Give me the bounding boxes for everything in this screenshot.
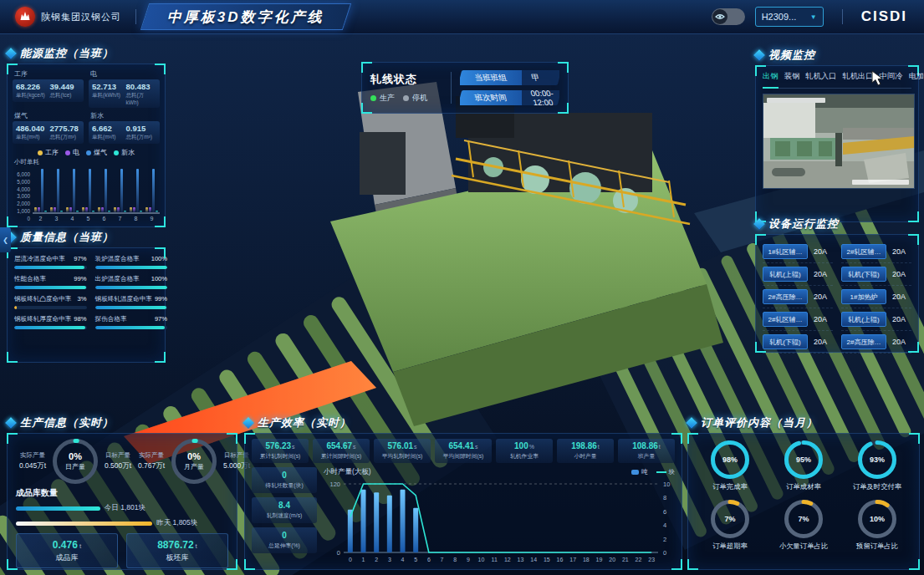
- legend-dot-icon: [38, 150, 43, 155]
- energy-panel-title: 能源监控（当班）: [20, 46, 114, 61]
- shift-dropdown[interactable]: H2309... ▼: [755, 7, 824, 27]
- line-status-panel: 轧线状态 生产 停机 当班班组 甲 班次时间 00:00-12:00: [361, 62, 569, 114]
- legend-line: 块: [656, 468, 676, 476]
- quality-label: 出炉温度合格率: [95, 275, 140, 283]
- svg-text:10: 10: [478, 557, 485, 562]
- chart-bar: [98, 207, 100, 212]
- video-tab-轧机出口[interactable]: 轧机出口: [842, 71, 873, 84]
- energy-group-name: 新水: [90, 111, 160, 120]
- visibility-toggle[interactable]: [712, 8, 745, 25]
- legend-dot-icon: [114, 150, 119, 155]
- energy-metric-unit: 单耗(m³/t): [92, 134, 123, 141]
- gauge-target-value: 0.500万t: [101, 461, 135, 471]
- energy-legend-item: 电: [65, 148, 79, 157]
- cctv-thumbnail[interactable]: [763, 94, 915, 189]
- progress-fill: [95, 306, 167, 309]
- chart-bar: [145, 207, 148, 212]
- gauge-percent: 0%: [69, 451, 82, 461]
- energy-group-card: 486.040单耗(m³/t)2775.78总耗(万m³): [13, 121, 84, 144]
- svg-text:21: 21: [622, 557, 629, 562]
- energy-metric-unit: 单耗(m³/t): [16, 134, 47, 141]
- energy-metric-value: 2775.78: [50, 124, 81, 133]
- device-label-chip[interactable]: 2#轧区辅…: [763, 312, 808, 327]
- stat-card: 654.41s平均间隙时间(s): [435, 439, 492, 463]
- chart-bar: [54, 207, 56, 212]
- energy-metric: 2775.78总耗(万m³): [50, 124, 81, 141]
- xtick-label: 9: [151, 216, 154, 221]
- device-label-chip[interactable]: 轧机(下辊): [841, 267, 886, 282]
- inventory-card-name: 板坯库: [166, 552, 189, 563]
- legend-dot-icon: [86, 150, 91, 155]
- gauge-actual-label: 实际产量: [135, 451, 168, 460]
- bar-group: [82, 169, 94, 212]
- eye-icon: [712, 9, 727, 24]
- production-gauge: 实际产量0.767万t0%月产量目标产量5.000万t: [135, 439, 253, 484]
- quality-item: 钢板终轧凸度命中率3%: [14, 295, 87, 309]
- inventory-card: 8876.72t板坯库: [126, 533, 228, 568]
- device-label-chip[interactable]: 轧机(上辊): [841, 312, 886, 327]
- orders-panel: 订单评价内容（当月） 98%订单完成率95%订单成材率93%订单及时交付率7%订…: [687, 415, 920, 570]
- inventory-bar-row: 今日 1,801块: [16, 503, 228, 513]
- line-status-title: 轧线状态: [370, 72, 442, 87]
- side-stat-value: 0: [253, 471, 315, 480]
- order-gauge-ring: 10%: [858, 500, 896, 538]
- device-label-chip[interactable]: 2#高压除…: [841, 334, 886, 349]
- device-value: 20A: [808, 315, 833, 323]
- order-gauge: 95%订单成材率: [767, 440, 840, 491]
- progress-fill: [14, 266, 84, 269]
- progress-fill: [14, 286, 86, 289]
- video-tab-出钢[interactable]: 出钢: [763, 71, 779, 84]
- hourly-output-chart: 小时产量(大板) 吨 块 120010864200123456789101112…: [324, 467, 675, 567]
- drawer-handle[interactable]: ❮: [0, 227, 11, 252]
- quality-value: 100%: [151, 275, 167, 283]
- video-tab-轧机入口[interactable]: 轧机入口: [805, 71, 836, 84]
- side-stat-label: 总延伸率(%): [253, 542, 315, 550]
- svg-text:3: 3: [388, 557, 391, 562]
- stat-label: 小时产量: [559, 452, 612, 461]
- energy-metric-unit: 总耗(tce): [50, 92, 81, 99]
- bar-group: [114, 169, 126, 212]
- chart-bar: [57, 169, 59, 212]
- stat-label: 累计轧制时间(s): [253, 452, 307, 461]
- quality-value: 97%: [74, 255, 86, 263]
- device-value: 20A: [886, 247, 911, 256]
- device-label-chip[interactable]: 2#轧区辅…: [841, 244, 886, 259]
- device-label-chip[interactable]: 1#加热炉: [841, 289, 886, 304]
- svg-text:10: 10: [663, 481, 670, 488]
- chart-bar: [114, 207, 116, 212]
- order-gauge: 7%订单超期率: [693, 500, 767, 551]
- efficiency-stats: 576.23s累计轧制时间(s)654.67s累计间隙时间(s)576.01s平…: [252, 439, 675, 463]
- quality-value: 98%: [74, 315, 86, 323]
- stat-value: 654.41s: [436, 441, 490, 450]
- energy-metric-unit: 总耗(万m³): [50, 134, 81, 141]
- company-brand: 陕钢集团汉钢公司: [0, 7, 145, 27]
- device-label-chip[interactable]: 轧机(上辊): [763, 267, 808, 282]
- svg-text:120: 120: [329, 481, 340, 488]
- gauge-actual-value: 0.767万t: [135, 461, 168, 471]
- quality-label: 性能合格率: [14, 275, 46, 283]
- bar-swatch-icon: [631, 470, 639, 475]
- stat-value: 108.86t: [620, 441, 673, 450]
- chevron-down-icon: ▼: [810, 13, 817, 21]
- quality-panel-title: 质量信息（当班）: [20, 230, 114, 245]
- device-row: 轧机(上辊)20A: [841, 308, 911, 331]
- device-label-chip[interactable]: 1#轧区辅…: [763, 244, 808, 259]
- stat-card: 100%轧机作业率: [496, 439, 553, 463]
- mouse-cursor: [871, 70, 885, 87]
- gauge-target-label: 目标产量: [101, 451, 135, 460]
- device-row: 2#高压除…20A: [763, 286, 833, 308]
- device-value: 20A: [886, 270, 911, 278]
- video-tab-电加热[interactable]: 电加热: [908, 71, 924, 84]
- xtick-label: 6: [103, 216, 106, 221]
- order-gauge-ring: 98%: [711, 440, 749, 479]
- device-label-chip[interactable]: 2#高压除…: [763, 289, 808, 304]
- energy-metric-unit: 单耗(kWh/t): [92, 92, 123, 99]
- stat-label: 平均间隙时间(s): [436, 452, 490, 461]
- video-tab-装钢[interactable]: 装钢: [784, 71, 800, 84]
- gauge-target: 目标产量0.500万t: [101, 451, 135, 471]
- quality-items: 层流冷温度命中率97%装炉温度合格率100%性能合格率99%出炉温度合格率100…: [14, 255, 158, 329]
- energy-legend-item: 工序: [38, 148, 59, 157]
- device-label-chip[interactable]: 轧机(下辊): [763, 334, 808, 349]
- progress-fill: [14, 306, 17, 309]
- chart-bar: [156, 211, 158, 212]
